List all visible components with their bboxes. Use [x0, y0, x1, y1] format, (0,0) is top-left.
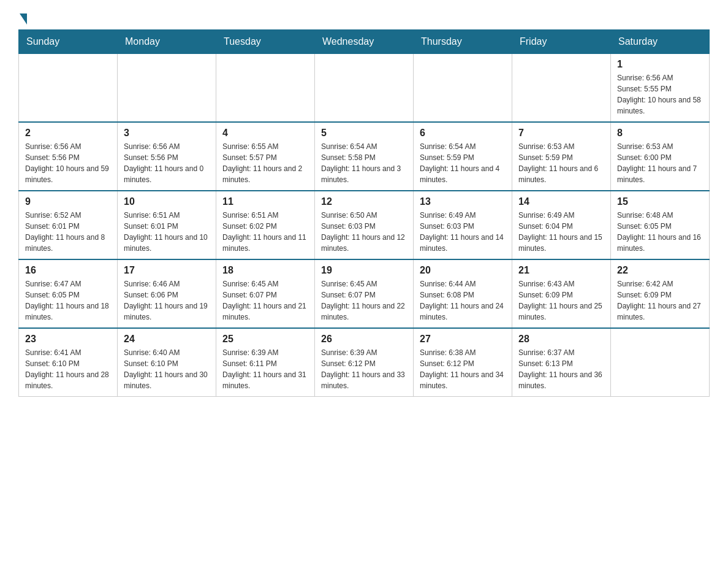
- day-number: 18: [222, 265, 308, 276]
- day-number: 26: [321, 334, 407, 345]
- calendar-week-row: 2Sunrise: 6:56 AMSunset: 5:56 PMDaylight…: [19, 122, 710, 191]
- calendar-week-row: 16Sunrise: 6:47 AMSunset: 6:05 PMDayligh…: [19, 259, 710, 328]
- calendar-cell: 25Sunrise: 6:39 AMSunset: 6:11 PMDayligh…: [216, 328, 315, 397]
- day-number: 3: [124, 128, 210, 139]
- day-number: 5: [321, 128, 407, 139]
- day-info: Sunrise: 6:42 AMSunset: 6:09 PMDaylight:…: [617, 278, 703, 323]
- calendar-cell: [315, 54, 414, 123]
- day-number: 14: [518, 196, 604, 207]
- day-number: 20: [420, 265, 506, 276]
- day-info: Sunrise: 6:38 AMSunset: 6:12 PMDaylight:…: [420, 347, 506, 391]
- calendar-cell: 10Sunrise: 6:51 AMSunset: 6:01 PMDayligh…: [118, 191, 216, 259]
- calendar-cell: 7Sunrise: 6:53 AMSunset: 5:59 PMDaylight…: [512, 122, 611, 191]
- day-info: Sunrise: 6:56 AMSunset: 5:55 PMDaylight:…: [617, 72, 703, 117]
- day-info: Sunrise: 6:46 AMSunset: 6:06 PMDaylight:…: [124, 278, 210, 323]
- weekday-header-tuesday: Tuesday: [216, 30, 315, 54]
- day-info: Sunrise: 6:45 AMSunset: 6:07 PMDaylight:…: [222, 278, 308, 323]
- calendar-cell: [611, 328, 710, 397]
- logo: [18, 12, 27, 23]
- calendar-cell: 12Sunrise: 6:50 AMSunset: 6:03 PMDayligh…: [315, 191, 414, 259]
- day-number: 13: [420, 196, 506, 207]
- day-number: 9: [25, 196, 111, 207]
- day-info: Sunrise: 6:54 AMSunset: 5:58 PMDaylight:…: [321, 141, 407, 185]
- day-number: 23: [25, 334, 111, 345]
- day-number: 19: [321, 265, 407, 276]
- logo-arrow-icon: [20, 13, 27, 25]
- calendar-cell: 8Sunrise: 6:53 AMSunset: 6:00 PMDaylight…: [611, 122, 710, 191]
- calendar-cell: 18Sunrise: 6:45 AMSunset: 6:07 PMDayligh…: [216, 259, 315, 328]
- calendar-cell: 20Sunrise: 6:44 AMSunset: 6:08 PMDayligh…: [414, 259, 512, 328]
- weekday-header-saturday: Saturday: [611, 30, 710, 54]
- calendar-cell: 24Sunrise: 6:40 AMSunset: 6:10 PMDayligh…: [118, 328, 216, 397]
- day-number: 8: [617, 128, 703, 139]
- calendar-week-row: 9Sunrise: 6:52 AMSunset: 6:01 PMDaylight…: [19, 191, 710, 259]
- day-info: Sunrise: 6:39 AMSunset: 6:12 PMDaylight:…: [321, 347, 407, 391]
- calendar-week-row: 1Sunrise: 6:56 AMSunset: 5:55 PMDaylight…: [19, 54, 710, 123]
- calendar-cell: 1Sunrise: 6:56 AMSunset: 5:55 PMDaylight…: [611, 54, 710, 123]
- weekday-header-row: SundayMondayTuesdayWednesdayThursdayFrid…: [19, 30, 710, 54]
- day-number: 7: [518, 128, 604, 139]
- calendar-cell: 2Sunrise: 6:56 AMSunset: 5:56 PMDaylight…: [19, 122, 118, 191]
- day-number: 25: [222, 334, 308, 345]
- day-number: 12: [321, 196, 407, 207]
- calendar-cell: [216, 54, 315, 123]
- calendar-table: SundayMondayTuesdayWednesdayThursdayFrid…: [18, 29, 710, 397]
- day-info: Sunrise: 6:43 AMSunset: 6:09 PMDaylight:…: [518, 278, 604, 323]
- day-info: Sunrise: 6:41 AMSunset: 6:10 PMDaylight:…: [25, 347, 111, 391]
- calendar-cell: 9Sunrise: 6:52 AMSunset: 6:01 PMDaylight…: [19, 191, 118, 259]
- weekday-header-monday: Monday: [118, 30, 216, 54]
- day-info: Sunrise: 6:53 AMSunset: 6:00 PMDaylight:…: [617, 141, 703, 185]
- day-number: 28: [518, 334, 604, 345]
- calendar-cell: 3Sunrise: 6:56 AMSunset: 5:56 PMDaylight…: [118, 122, 216, 191]
- day-info: Sunrise: 6:56 AMSunset: 5:56 PMDaylight:…: [124, 141, 210, 185]
- weekday-header-wednesday: Wednesday: [315, 30, 414, 54]
- day-number: 24: [124, 334, 210, 345]
- day-info: Sunrise: 6:40 AMSunset: 6:10 PMDaylight:…: [124, 347, 210, 391]
- day-info: Sunrise: 6:45 AMSunset: 6:07 PMDaylight:…: [321, 278, 407, 323]
- day-number: 15: [617, 196, 703, 207]
- calendar-cell: 19Sunrise: 6:45 AMSunset: 6:07 PMDayligh…: [315, 259, 414, 328]
- day-number: 4: [222, 128, 308, 139]
- calendar-cell: 28Sunrise: 6:37 AMSunset: 6:13 PMDayligh…: [512, 328, 611, 397]
- calendar-cell: 5Sunrise: 6:54 AMSunset: 5:58 PMDaylight…: [315, 122, 414, 191]
- weekday-header-sunday: Sunday: [19, 30, 118, 54]
- day-info: Sunrise: 6:54 AMSunset: 5:59 PMDaylight:…: [420, 141, 506, 185]
- day-number: 1: [617, 59, 703, 70]
- day-number: 16: [25, 265, 111, 276]
- page-header: [18, 12, 710, 23]
- weekday-header-friday: Friday: [512, 30, 611, 54]
- day-info: Sunrise: 6:50 AMSunset: 6:03 PMDaylight:…: [321, 210, 407, 254]
- calendar-cell: [512, 54, 611, 123]
- day-info: Sunrise: 6:49 AMSunset: 6:03 PMDaylight:…: [420, 210, 506, 254]
- day-info: Sunrise: 6:51 AMSunset: 6:01 PMDaylight:…: [124, 210, 210, 254]
- day-number: 6: [420, 128, 506, 139]
- calendar-cell: 14Sunrise: 6:49 AMSunset: 6:04 PMDayligh…: [512, 191, 611, 259]
- calendar-cell: [19, 54, 118, 123]
- calendar-cell: [118, 54, 216, 123]
- weekday-header-thursday: Thursday: [414, 30, 512, 54]
- calendar-cell: 4Sunrise: 6:55 AMSunset: 5:57 PMDaylight…: [216, 122, 315, 191]
- calendar-cell: 26Sunrise: 6:39 AMSunset: 6:12 PMDayligh…: [315, 328, 414, 397]
- day-info: Sunrise: 6:44 AMSunset: 6:08 PMDaylight:…: [420, 278, 506, 323]
- calendar-cell: 6Sunrise: 6:54 AMSunset: 5:59 PMDaylight…: [414, 122, 512, 191]
- day-info: Sunrise: 6:56 AMSunset: 5:56 PMDaylight:…: [25, 141, 111, 185]
- day-info: Sunrise: 6:53 AMSunset: 5:59 PMDaylight:…: [518, 141, 604, 185]
- day-number: 17: [124, 265, 210, 276]
- calendar-cell: 11Sunrise: 6:51 AMSunset: 6:02 PMDayligh…: [216, 191, 315, 259]
- day-info: Sunrise: 6:37 AMSunset: 6:13 PMDaylight:…: [518, 347, 604, 391]
- calendar-cell: 16Sunrise: 6:47 AMSunset: 6:05 PMDayligh…: [19, 259, 118, 328]
- calendar-cell: 17Sunrise: 6:46 AMSunset: 6:06 PMDayligh…: [118, 259, 216, 328]
- calendar-cell: 21Sunrise: 6:43 AMSunset: 6:09 PMDayligh…: [512, 259, 611, 328]
- calendar-cell: [414, 54, 512, 123]
- calendar-cell: 27Sunrise: 6:38 AMSunset: 6:12 PMDayligh…: [414, 328, 512, 397]
- day-number: 22: [617, 265, 703, 276]
- day-info: Sunrise: 6:39 AMSunset: 6:11 PMDaylight:…: [222, 347, 308, 391]
- day-number: 27: [420, 334, 506, 345]
- calendar-cell: 13Sunrise: 6:49 AMSunset: 6:03 PMDayligh…: [414, 191, 512, 259]
- day-number: 11: [222, 196, 308, 207]
- day-number: 2: [25, 128, 111, 139]
- day-number: 21: [518, 265, 604, 276]
- calendar-week-row: 23Sunrise: 6:41 AMSunset: 6:10 PMDayligh…: [19, 328, 710, 397]
- day-info: Sunrise: 6:52 AMSunset: 6:01 PMDaylight:…: [25, 210, 111, 254]
- day-number: 10: [124, 196, 210, 207]
